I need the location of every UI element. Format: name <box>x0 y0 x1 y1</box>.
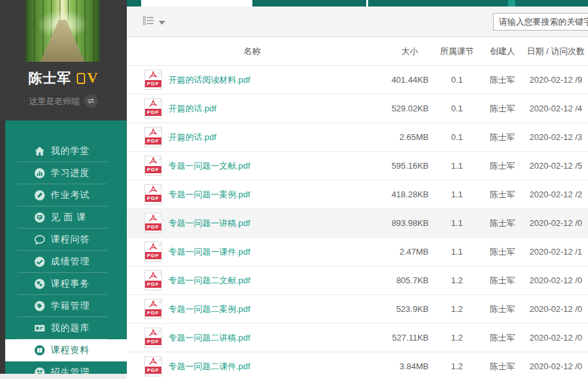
file-link[interactable]: 专题一问题二案例.pdf <box>168 303 250 315</box>
list-view-button[interactable] <box>142 16 165 28</box>
table-row: PDF 专题一问题一文献.pdf 595.16KB 1.1 陈士军 2020-0… <box>127 152 588 180</box>
tab-segment[interactable] <box>252 0 366 7</box>
pdf-file-icon: PDF <box>144 184 162 204</box>
acrobat-glyph-icon <box>148 243 159 253</box>
file-link[interactable]: 开篇的话.pdf <box>168 132 217 143</box>
file-section: 1.2 <box>433 333 481 343</box>
speech-bubble-icon <box>34 234 46 246</box>
acrobat-glyph-icon <box>148 186 159 195</box>
sidebar-item[interactable]: 作业考试 <box>5 184 127 206</box>
file-link[interactable]: 专题一问题一课件.pdf <box>168 246 250 258</box>
pdf-file-icon: PDF <box>144 356 162 376</box>
file-creator: 陈士军 <box>481 103 524 115</box>
list-view-icon <box>142 16 155 28</box>
sidebar: 陈士军V 这里是老师端 我的学堂 学习进度 作业考试 见 面 课 课程问答 成绩… <box>0 0 127 379</box>
file-creator: 陈士军 <box>481 160 524 172</box>
table-row: PDF 专题一问题二文献.pdf 805.7KB 1.2 陈士军 2020-02… <box>127 266 588 295</box>
file-creator: 陈士军 <box>481 246 524 258</box>
progress-chart-icon <box>34 167 46 179</box>
file-link[interactable]: 开篇的话.pdf <box>168 103 217 115</box>
pdf-file-icon: PDF <box>144 98 162 119</box>
file-size: 418.28KB <box>377 190 433 199</box>
acrobat-glyph-icon <box>148 71 159 81</box>
sidebar-item[interactable]: 课程问答 <box>5 229 127 251</box>
pdf-label: PDF <box>145 309 161 316</box>
file-name-cell: PDF 开篇的话.pdf <box>127 127 377 147</box>
file-link[interactable]: 专题一问题一案例.pdf <box>168 189 250 201</box>
pdf-label: PDF <box>145 367 161 374</box>
home-icon <box>34 145 46 157</box>
sidebar-item[interactable]: 课程事务 <box>5 273 127 295</box>
monitor-icon <box>34 212 46 223</box>
file-name-cell: PDF 专题一问题二讲稿.pdf <box>127 328 377 348</box>
file-name-cell: PDF 专题一问题二案例.pdf <box>127 299 377 319</box>
file-size: 2.47MB <box>377 247 433 257</box>
acrobat-glyph-icon <box>148 128 159 138</box>
sidebar-item-label: 我的学堂 <box>51 145 90 157</box>
profile-name-row: 陈士军V <box>0 69 127 87</box>
file-link[interactable]: 专题一问题二讲稿.pdf <box>168 332 250 344</box>
file-name-cell: PDF 专题一问题一文献.pdf <box>127 156 377 176</box>
file-name-cell: PDF 专题一问题一讲稿.pdf <box>127 213 377 233</box>
question-bank-icon <box>34 322 46 334</box>
file-link[interactable]: 开篇的话阅读材料.pdf <box>168 74 250 86</box>
file-link[interactable]: 专题一问题二课件.pdf <box>168 361 250 372</box>
sidebar-item[interactable]: 见 面 课 <box>5 206 127 229</box>
sidebar-item[interactable]: 学籍管理 <box>5 295 127 317</box>
pdf-file-icon: PDF <box>144 299 162 319</box>
pdf-label: PDF <box>145 252 161 259</box>
table-row: PDF 专题一问题一案例.pdf 418.28KB 1.1 陈士军 2020-0… <box>127 180 588 209</box>
profile-name: 陈士军 <box>29 70 72 85</box>
sidebar-item[interactable]: 学习进度 <box>5 162 127 184</box>
file-section: 1.1 <box>433 190 481 199</box>
table-row: PDF 开篇的话阅读材料.pdf 401.44KB 0.1 陈士军 2020-0… <box>127 66 588 94</box>
header-section: 所属课节 <box>433 46 481 57</box>
file-section: 1.1 <box>433 161 481 171</box>
file-link[interactable]: 专题一问题二文献.pdf <box>168 275 250 287</box>
file-section: 1.1 <box>433 247 481 257</box>
search-input[interactable] <box>493 13 588 31</box>
switch-view-icon[interactable] <box>84 94 98 110</box>
sidebar-item[interactable]: 成绩管理 <box>5 251 127 273</box>
table-row: PDF 专题一问题一课件.pdf 2.47MB 1.1 陈士军 2020-02-… <box>127 238 588 266</box>
pdf-file-icon: PDF <box>144 270 162 290</box>
sidebar-item[interactable]: 我的学堂 <box>5 140 127 162</box>
tab-segment[interactable] <box>127 0 141 7</box>
file-date-visits: 2020-02-12 /2 <box>524 190 588 199</box>
sidebar-bottom-strip <box>0 374 127 379</box>
file-size: 3.84MB <box>377 361 433 371</box>
header-name: 名称 <box>127 46 377 57</box>
table-row: PDF 专题一问题二课件.pdf 3.84MB 1.2 陈士军 2020-02-… <box>127 352 588 379</box>
file-link[interactable]: 专题一问题一讲稿.pdf <box>168 218 250 229</box>
acrobat-glyph-icon <box>148 300 159 310</box>
sidebar-item[interactable]: 我的题库 <box>5 317 127 339</box>
phone-badge-icon <box>77 73 85 84</box>
grid-icon <box>34 278 46 290</box>
pdf-file-icon: PDF <box>144 213 162 233</box>
pdf-label: PDF <box>145 166 161 173</box>
acrobat-glyph-icon <box>148 358 159 367</box>
file-section: 1.2 <box>433 304 481 314</box>
pdf-file-icon: PDF <box>144 242 162 262</box>
acrobat-glyph-icon <box>148 214 159 224</box>
sidebar-item[interactable]: 招生管理 <box>5 361 127 374</box>
file-size: 401.44KB <box>377 75 433 85</box>
book-icon <box>34 344 46 356</box>
file-link[interactable]: 专题一问题一文献.pdf <box>168 160 250 172</box>
pdf-label: PDF <box>145 80 161 87</box>
file-creator: 陈士军 <box>481 132 524 143</box>
file-date-visits: 2020-02-12 /4 <box>524 104 588 113</box>
file-creator: 陈士军 <box>481 332 524 344</box>
file-date-visits: 2020-02-12 /0 <box>524 304 588 314</box>
pdf-file-icon: PDF <box>144 127 162 147</box>
pdf-label: PDF <box>145 223 161 231</box>
sidebar-item-label: 学习进度 <box>51 167 90 179</box>
profile-panel: 陈士军V 这里是老师端 <box>0 0 127 120</box>
sidebar-left-strip <box>0 120 5 374</box>
tab-segment[interactable] <box>368 0 588 7</box>
header-creator: 创建人 <box>481 46 524 57</box>
sidebar-item[interactable]: 课程资料 <box>5 339 127 361</box>
table-header-row: 名称 大小 所属课节 创建人 日期 / 访问次数 <box>127 37 588 66</box>
file-name-cell: PDF 开篇的话阅读材料.pdf <box>127 70 377 90</box>
top-tabs-strip <box>127 0 588 7</box>
